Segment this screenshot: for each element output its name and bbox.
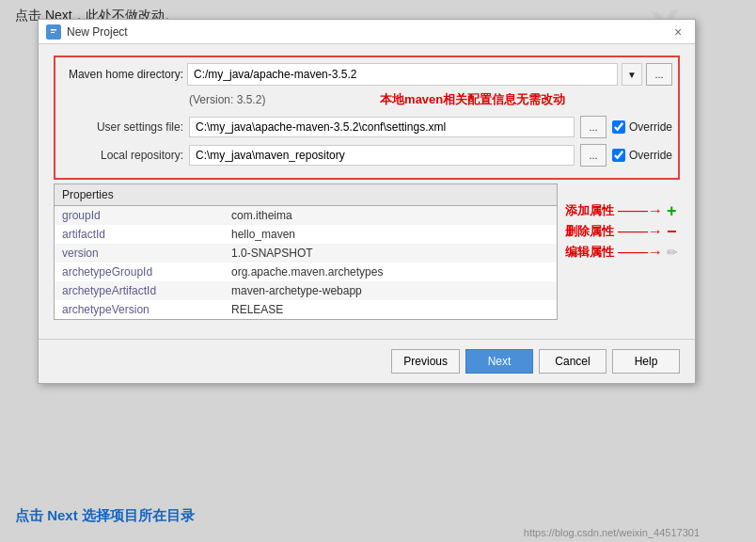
- property-key: archetypeArtifactId: [55, 281, 224, 300]
- svg-rect-1: [51, 29, 56, 31]
- dialog-title-bar: New Project ×: [39, 20, 695, 44]
- properties-header: Properties: [55, 184, 557, 206]
- add-property-annotation: 添加属性 ——→ +: [565, 200, 680, 221]
- edit-property-annotation: 编辑属性 ——→ ✏: [565, 242, 680, 263]
- local-repo-label: Local repository:: [61, 149, 183, 162]
- properties-main: Properties groupIdcom.itheimaartifactIdh…: [54, 180, 558, 320]
- property-key: groupId: [55, 206, 224, 225]
- blog-link: https://blog.csdn.net/weixin_44517301: [524, 527, 700, 538]
- dialog-title-text: New Project: [67, 25, 128, 39]
- edit-property-button[interactable]: ✏: [667, 245, 678, 260]
- properties-table: groupIdcom.itheimaartifactIdhello_mavenv…: [55, 206, 557, 319]
- maven-home-row: Maven home directory: ▼ ...: [61, 63, 672, 86]
- property-value: maven-archetype-webapp: [224, 281, 557, 300]
- local-repo-browse-button[interactable]: ...: [580, 144, 606, 167]
- version-text: (Version: 3.5.2): [189, 93, 265, 106]
- local-repo-input[interactable]: [189, 145, 575, 166]
- table-row: version1.0-SNAPSHOT: [55, 244, 557, 263]
- property-value: com.itheima: [224, 206, 557, 225]
- previous-button[interactable]: Previous: [391, 349, 460, 374]
- new-project-dialog: New Project × Maven home directory: ▼ ..…: [38, 19, 696, 384]
- table-row: groupIdcom.itheima: [55, 206, 557, 225]
- bottom-instruction-text: 点击 Next 选择项目所在目录: [15, 507, 195, 525]
- dialog-close-button[interactable]: ×: [669, 23, 687, 41]
- annotations-column: 添加属性 ——→ + 删除属性 ——→ − 编辑属性 ——→ ✏: [558, 180, 680, 263]
- property-key: artifactId: [55, 225, 224, 244]
- delete-property-button[interactable]: −: [667, 222, 677, 242]
- help-button[interactable]: Help: [612, 349, 680, 374]
- delete-property-annotation: 删除属性 ——→ −: [565, 221, 680, 242]
- cancel-button[interactable]: Cancel: [539, 349, 606, 374]
- property-key: version: [55, 244, 224, 263]
- properties-section: Properties groupIdcom.itheimaartifactIdh…: [54, 180, 680, 320]
- svg-rect-2: [51, 32, 55, 33]
- edit-property-label: 编辑属性: [565, 244, 614, 261]
- local-repo-override-label: Override: [629, 149, 672, 162]
- table-row: artifactIdhello_maven: [55, 225, 557, 244]
- delete-property-label: 删除属性: [565, 223, 614, 240]
- user-settings-override-label: Override: [629, 120, 672, 134]
- edit-arrow-icon: ——→: [618, 244, 663, 261]
- button-bar: Previous Next Cancel Help: [39, 339, 695, 383]
- table-row: archetypeGroupIdorg.apache.maven.archety…: [55, 263, 557, 281]
- maven-home-browse-button[interactable]: ...: [646, 63, 672, 86]
- delete-arrow-icon: ——→: [618, 223, 663, 240]
- property-value: hello_maven: [224, 225, 557, 244]
- user-settings-override-checkbox[interactable]: [612, 120, 625, 134]
- add-arrow-icon: ——→: [618, 202, 663, 219]
- version-row: (Version: 3.5.2) 本地maven相关配置信息无需改动: [61, 89, 672, 110]
- user-settings-label: User settings file:: [61, 120, 183, 134]
- user-settings-override: Override: [612, 120, 672, 134]
- property-key: archetypeVersion: [55, 300, 224, 319]
- maven-home-dropdown[interactable]: ▼: [622, 63, 642, 86]
- local-repo-row: Local repository: ... Override: [61, 144, 672, 167]
- add-property-button[interactable]: +: [667, 201, 677, 221]
- property-value: RELEASE: [224, 300, 557, 319]
- user-settings-browse-button[interactable]: ...: [580, 116, 606, 138]
- user-settings-row: User settings file: ... Override: [61, 116, 672, 138]
- maven-home-input[interactable]: [187, 63, 618, 86]
- table-row: archetypeArtifactIdmaven-archetype-webap…: [55, 281, 557, 300]
- table-row: archetypeVersionRELEASE: [55, 300, 557, 319]
- properties-panel: Properties groupIdcom.itheimaartifactIdh…: [54, 183, 558, 320]
- maven-home-label: Maven home directory:: [61, 68, 183, 81]
- add-property-label: 添加属性: [565, 202, 614, 219]
- dialog-icon: [46, 24, 61, 40]
- dialog-body: Maven home directory: ▼ ... (Version: 3.…: [39, 44, 695, 331]
- property-key: archetypeGroupId: [55, 263, 224, 281]
- user-settings-input[interactable]: [189, 117, 575, 137]
- dialog-title-left: New Project: [46, 24, 128, 40]
- property-value: org.apache.maven.archetypes: [224, 263, 557, 281]
- local-repo-override-checkbox[interactable]: [612, 149, 625, 162]
- local-repo-override: Override: [612, 149, 672, 162]
- property-value: 1.0-SNAPSHOT: [224, 244, 557, 263]
- maven-config-section: Maven home directory: ▼ ... (Version: 3.…: [54, 56, 680, 180]
- next-button[interactable]: Next: [465, 349, 533, 374]
- maven-annotation: 本地maven相关配置信息无需改动: [380, 92, 565, 106]
